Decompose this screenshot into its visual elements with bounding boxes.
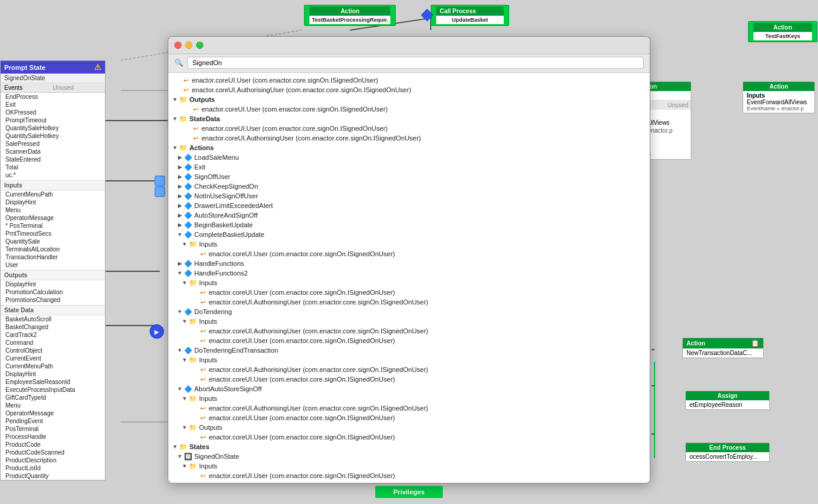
input-TerminalsAtLocation[interactable]: TerminalsAtLocation	[1, 245, 105, 253]
tree-toggle-sos-inputs[interactable]: ▼	[180, 463, 189, 469]
tree-toggle-autostore[interactable]: ▶	[176, 212, 184, 218]
sd-ProductListId[interactable]: ProductListId	[1, 464, 105, 472]
tree-row-dte-authuser[interactable]: ↩ enactor.coreUI.AuthorisingUser (com.en…	[168, 365, 650, 374]
tree-toggle-dt-inputs[interactable]: ▼	[180, 318, 189, 324]
event-uc[interactable]: uc.*	[1, 171, 105, 179]
sd-EmployeeSaleReasonId[interactable]: EmployeeSaleReasonId	[1, 378, 105, 386]
input-OperatorMessage[interactable]: OperatorMessage	[1, 214, 105, 222]
tree-row-hf2-user[interactable]: ↩ enactor.coreUI.User (com.enactor.core.…	[168, 288, 650, 297]
input-Menu[interactable]: Menu	[1, 206, 105, 214]
input-TransactionHandler[interactable]: TransactionHandler	[1, 253, 105, 261]
sd-ControlObject[interactable]: ControlObject	[1, 347, 105, 354]
sd-ProductCodeScanned[interactable]: ProductCodeScanned	[1, 449, 105, 456]
tree-row-sd-user[interactable]: ↩ enactor.coreUI.User (com.enactor.core.…	[168, 124, 650, 133]
tree-row-abort[interactable]: ▼ 🔷 AbortAutoStoreSignOff	[168, 384, 650, 394]
tree-toggle-handlefunctions2[interactable]: ▼	[176, 270, 184, 276]
tree-row-cb-inputs[interactable]: ▼ 📁 Inputs	[168, 239, 650, 249]
sd-GiftCardTypeId[interactable]: GiftCardTypeId	[1, 394, 105, 402]
tree-row-drawer[interactable]: ▶ 🔷 DrawerLimitExceededAlert	[168, 201, 650, 210]
tree-row-actions[interactable]: ▼ 📁 Actions	[168, 143, 650, 153]
tree-toggle-hf2-inputs[interactable]: ▼	[180, 280, 189, 286]
top-action-node-2[interactable]: Action TestFastKeys	[748, 21, 817, 42]
sd-PosTerminal[interactable]: PosTerminal	[1, 425, 105, 433]
event-StateEntered[interactable]: StateEntered	[1, 156, 105, 163]
tree-row-hf2-authuser[interactable]: ↩ enactor.coreUI.AuthorisingUser (com.en…	[168, 297, 650, 307]
tree-toggle-signoffuser[interactable]: ▶	[176, 174, 184, 180]
sd-CardTrack2[interactable]: CardTrack2	[1, 331, 105, 339]
input-PrntTimeoutSecs[interactable]: PrntTimeoutSecs	[1, 230, 105, 238]
sd-CurrentEvent[interactable]: CurrentEvent	[1, 354, 105, 362]
tree-row-abort-authuser[interactable]: ↩ enactor.coreUI.AuthorisingUser (com.en…	[168, 403, 650, 413]
sd-DisplayHint[interactable]: DisplayHint	[1, 370, 105, 378]
event-QuantitySaleHotkey1[interactable]: QuantitySaleHotkey	[1, 124, 105, 132]
tree-toggle-states[interactable]: ▼	[171, 444, 179, 450]
sd-ProductDescription[interactable]: ProductDescription	[1, 456, 105, 464]
sd-ProductCode[interactable]: ProductCode	[1, 441, 105, 449]
tree-toggle-dotendering[interactable]: ▼	[176, 309, 184, 315]
sd-ProcessHandle[interactable]: ProcessHandle	[1, 433, 105, 441]
output-PromotionCalculation[interactable]: PromotionCalculation	[1, 288, 105, 296]
sd-PendingEvent[interactable]: PendingEvent	[1, 417, 105, 425]
top-call-node[interactable]: Call Process UpdateBasket	[431, 5, 509, 26]
tree-row-dotendering-end[interactable]: ▼ 🔷 DoTenderingEndTransaction	[168, 345, 650, 355]
close-button[interactable]	[174, 42, 182, 49]
event-SalePressed[interactable]: SalePressed	[1, 140, 105, 148]
tree-row-statedata[interactable]: ▼ 📁 StateData	[168, 114, 650, 124]
tree-toggle-dotendering-end[interactable]: ▼	[176, 347, 184, 353]
tree-row-dt-inputs[interactable]: ▼ 📁 Inputs	[168, 317, 650, 326]
tree-toggle-abort[interactable]: ▼	[176, 386, 184, 392]
sd-ExecuteProcessInputData[interactable]: ExecuteProcessInputData	[1, 386, 105, 394]
tree-toggle-abort-inputs[interactable]: ▼	[180, 395, 189, 402]
input-User[interactable]: User	[1, 261, 105, 269]
tree-toggle-drawer[interactable]: ▶	[176, 203, 184, 209]
tree-row-signedonstate[interactable]: ▼ 🔲 SignedOnState	[168, 452, 650, 461]
tree-row-hf2-inputs[interactable]: ▼ 📁 Inputs	[168, 278, 650, 288]
tree-toggle-exit[interactable]: ▶	[176, 164, 184, 170]
tree-toggle-cb-inputs[interactable]: ▼	[180, 241, 189, 247]
tree-view[interactable]: ↩ enactor.coreUI.User (com.enactor.core.…	[168, 73, 650, 483]
tree-row-dte-user[interactable]: ↩ enactor.coreUI.User (com.enactor.core.…	[168, 374, 650, 384]
tree-toggle-loadsalemenu[interactable]: ▶	[176, 154, 184, 160]
sd-CurrentMenuPath[interactable]: CurrentMenuPath	[1, 362, 105, 370]
input-DisplayHint[interactable]: DisplayHint	[1, 198, 105, 206]
tree-toggle-outputs[interactable]: ▼	[171, 96, 179, 102]
tree-row-sos-statedata[interactable]: ▼ 📁 StateData	[168, 480, 650, 483]
sd-OperatorMessage[interactable]: OperatorMessage	[1, 409, 105, 417]
tree-row-dte-inputs[interactable]: ▼ 📁 Inputs	[168, 355, 650, 365]
tree-row-notinuse[interactable]: ▶ 🔷 NotInUseSignOffUser	[168, 191, 650, 201]
sd-BasketChanged[interactable]: BasketChanged	[1, 323, 105, 331]
tree-row-abort-inputs[interactable]: ▼ 📁 Inputs	[168, 394, 650, 403]
tree-row-dotendering[interactable]: ▼ 🔷 DoTendering	[168, 307, 650, 317]
tree-row-sd-authuser[interactable]: ↩ enactor.coreUI.AuthorisingUser (com.en…	[168, 133, 650, 143]
tree-toggle-signedonstate[interactable]: ▼	[176, 453, 184, 459]
event-OKPressed[interactable]: OKPressed	[1, 109, 105, 116]
tree-toggle-dte-inputs[interactable]: ▼	[180, 357, 189, 363]
tree-toggle-handlefunctions[interactable]: ▶	[176, 260, 184, 266]
event-ScannerData[interactable]: ScannerData	[1, 148, 105, 156]
maximize-button[interactable]	[196, 42, 203, 49]
tree-row-input-user-1[interactable]: ↩ enactor.coreUI.User (com.enactor.core.…	[168, 75, 650, 85]
minimize-button[interactable]	[185, 42, 192, 49]
input-PosTerminal[interactable]: * PosTerminal	[1, 222, 105, 230]
search-input[interactable]	[187, 57, 644, 69]
tree-row-beginbasket[interactable]: ▶ 🔷 BeginBasketUpdate	[168, 220, 650, 230]
tree-row-loadsalemenu[interactable]: ▶ 🔷 LoadSaleMenu	[168, 153, 650, 162]
sd-BasketAutoScroll[interactable]: BasketAutoScroll	[1, 315, 105, 323]
tree-row-completebasket[interactable]: ▼ 🔷 CompleteBasketUpdate	[168, 230, 650, 239]
tree-toggle-completebasket[interactable]: ▼	[176, 232, 184, 238]
sd-Menu[interactable]: Menu	[1, 402, 105, 409]
tree-toggle-notinuse[interactable]: ▶	[176, 193, 184, 199]
tree-row-handlefunctions2[interactable]: ▼ 🔷 HandleFunctions2	[168, 268, 650, 278]
sd-ProductQuantity[interactable]: ProductQuantity	[1, 472, 105, 480]
input-QuantitySale[interactable]: QuantitySale	[1, 238, 105, 245]
output-DisplayHint[interactable]: DisplayHint	[1, 280, 105, 288]
top-action-node-1[interactable]: Action TestBasketProcessingRequir.	[304, 5, 396, 26]
event-Exit[interactable]: Exit	[1, 101, 105, 109]
tree-row-dt-authuser[interactable]: ↩ enactor.coreUI.AuthorisingUser (com.en…	[168, 326, 650, 336]
tree-row-abort-out-user[interactable]: ↩ enactor.coreUI.User (com.enactor.core.…	[168, 432, 650, 442]
tree-row-abort-user[interactable]: ↩ enactor.coreUI.User (com.enactor.core.…	[168, 413, 650, 423]
event-EndProcess[interactable]: EndProcess	[1, 93, 105, 101]
event-QuantitySaleHotkey2[interactable]: QuantitySaleHotkey	[1, 132, 105, 140]
tree-row-autostore[interactable]: ▶ 🔷 AutoStoreAndSignOff	[168, 210, 650, 220]
tree-row-cb-user[interactable]: ↩ enactor.coreUI.User (com.enactor.core.…	[168, 249, 650, 259]
